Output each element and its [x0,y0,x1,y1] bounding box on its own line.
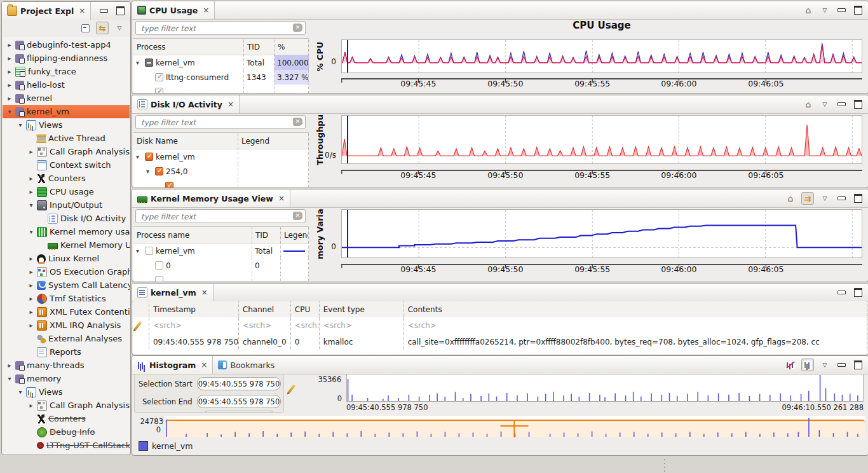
clear-filter-icon[interactable]: ✕ [293,24,302,32]
search-cell[interactable]: <srch> [291,317,320,334]
tree-item-counters[interactable]: Counters [3,412,130,425]
filter-input[interactable] [140,22,290,35]
table-row[interactable]: ▾kernel_vm [133,149,309,164]
column-header-timestamp[interactable]: Timestamp [149,301,239,317]
home-button[interactable]: ⌂ [803,99,814,110]
table-row[interactable]: ▾kernel_vmTotal [133,243,309,258]
chart-plot-area[interactable] [341,209,862,258]
tree-item-active-thread[interactable]: Active Thread [3,132,130,145]
tab-project-expl[interactable]: Project Expl× [2,2,91,20]
chevron-down-icon[interactable]: ▾ [28,228,34,235]
clear-filter-icon[interactable]: ✕ [293,118,302,126]
chevron-right-icon[interactable]: ▸ [6,68,13,75]
table-row[interactable]: 00 [133,258,309,273]
tree-item-os-execution-graph[interactable]: ▸OS Execution Graph [3,265,130,278]
chevron-right-icon[interactable]: ▸ [6,55,13,62]
unchecked-checkbox[interactable] [145,247,153,255]
tree-item-kernel[interactable]: ▸kernel [3,92,130,105]
minimize-button[interactable] [836,4,847,16]
close-icon[interactable]: × [201,360,207,369]
event-row[interactable]: 09:45:40.555 978 750channel0_00kmallocca… [133,334,867,350]
column-header-process-name[interactable]: Process name [133,227,252,243]
tree-item-views[interactable]: ▾Views [3,118,130,132]
tree-item-debug-info[interactable]: Debug Info [3,425,130,439]
home-button[interactable]: ⌂ [803,4,814,16]
tree-item-tmf-statistics[interactable]: ▸Tmf Statistics [3,292,130,305]
column-header-legend[interactable]: Legend [281,227,309,243]
filter-input[interactable] [140,210,290,223]
maximize-button[interactable] [852,4,864,16]
tab-disk-i-o-activity[interactable]: Disk I/O Activity× [132,95,240,113]
column-header--[interactable]: % [275,39,309,55]
view-menu-button[interactable]: ▽ [819,193,831,204]
chevron-right-icon[interactable]: ▸ [6,362,13,369]
chevron-right-icon[interactable]: ▸ [6,95,13,102]
chevron-right-icon[interactable]: ▸ [28,308,34,315]
tree-item-flipping-endianness[interactable]: ▸flipping-endianness [3,51,130,65]
tree-item-many-threads[interactable]: ▸many-threads [3,359,130,372]
hide-lost-events-button[interactable] [785,359,796,371]
chevron-right-icon[interactable]: ▸ [28,295,34,302]
chevron-down-icon[interactable]: ▾ [136,153,142,160]
close-icon[interactable]: × [79,6,85,15]
search-cell[interactable]: <srch> [320,317,404,334]
maximize-button[interactable] [852,99,864,110]
checked-orange-checkbox[interactable] [145,153,153,161]
chevron-down-icon[interactable]: ▾ [28,202,34,209]
close-icon[interactable]: × [203,6,209,15]
show-histogram-button[interactable] [801,359,814,371]
tree-item-funky-trace[interactable]: ▸funky_trace [3,65,130,78]
column-header-channel[interactable]: Channel [239,301,291,317]
close-icon[interactable]: × [278,194,285,203]
tree-item-cpu-usage[interactable]: ▸CPU usage [3,185,130,198]
tree-item-lttng-ust-callstack[interactable]: LTTng-UST CallStack [3,439,130,452]
maximize-button[interactable] [852,359,864,371]
chevron-right-icon[interactable]: ▸ [6,41,13,48]
tree-item-context-switch[interactable]: Context switch [3,158,130,172]
tree-item-kernel-vm[interactable]: ▾kernel_vm [3,105,130,118]
tab-bookmarks[interactable]: Bookmarks [213,356,280,374]
tree-item-linux-kernel[interactable]: ▸Linux Kernel [3,252,130,265]
view-menu-button[interactable]: ▽ [819,4,831,16]
tab-kernel-memory-usage-view[interactable]: Kernel Memory Usage View× [132,189,290,207]
filter-input[interactable] [140,116,290,129]
column-header-tid[interactable]: TID [252,227,281,243]
checked-checkbox[interactable] [155,88,163,94]
maximize-button[interactable] [114,5,126,17]
minimize-button[interactable] [836,193,847,204]
close-icon[interactable]: × [227,100,234,109]
tab-histogram[interactable]: Histogram× [132,356,213,374]
tree-item-debuginfo-test-app4[interactable]: ▸debuginfo-test-app4 [3,38,130,51]
checked-orange-checkbox[interactable] [165,182,173,188]
tree-item-memory[interactable]: ▾memory [3,372,130,385]
tree-item-xml-irq-analysis[interactable]: ▸XML IRQ Analysis [3,319,130,332]
clear-filter-icon[interactable]: ✕ [293,212,302,220]
checked-orange-checkbox[interactable] [155,167,163,175]
table-row[interactable]: lttng-consumerd13433.327 % [133,70,309,85]
column-header-cpu[interactable]: CPU [291,301,320,317]
search-cell[interactable]: <srch> [239,317,291,334]
link-with-editor-button[interactable]: ⇆ [96,22,109,34]
tree-item-partial[interactable] [3,452,130,454]
maximize-button[interactable] [852,287,864,298]
chevron-down-icon[interactable]: ▾ [146,168,153,175]
search-cell[interactable]: <srch> [404,317,867,334]
tree-item-counters[interactable]: ▸Counters [3,172,130,185]
view-menu-button[interactable]: ▽ [819,99,831,110]
top-histogram[interactable] [346,374,864,402]
tree-item-input-output[interactable]: ▾Input/Output [3,198,130,212]
table-row[interactable] [133,85,309,94]
tree-item-views[interactable]: ▾Views [3,385,130,399]
chevron-right-icon[interactable]: ▸ [28,188,34,195]
tree-item-hello-lost[interactable]: ▸hello-lost [3,78,130,92]
chevron-right-icon[interactable]: ▸ [28,255,34,262]
view-menu-button[interactable]: ▽ [114,22,125,34]
column-header-contents[interactable]: Contents [404,301,867,317]
tab-cpu-usage[interactable]: CPU Usage× [132,1,215,19]
minimize-button[interactable] [836,287,847,298]
column-header-process[interactable]: Process [133,39,244,55]
view-menu-button[interactable]: ▽ [819,359,831,371]
column-header-disk-name[interactable]: Disk Name [133,133,238,149]
full-range-histogram[interactable] [165,416,865,437]
chevron-right-icon[interactable]: ▸ [28,148,34,155]
